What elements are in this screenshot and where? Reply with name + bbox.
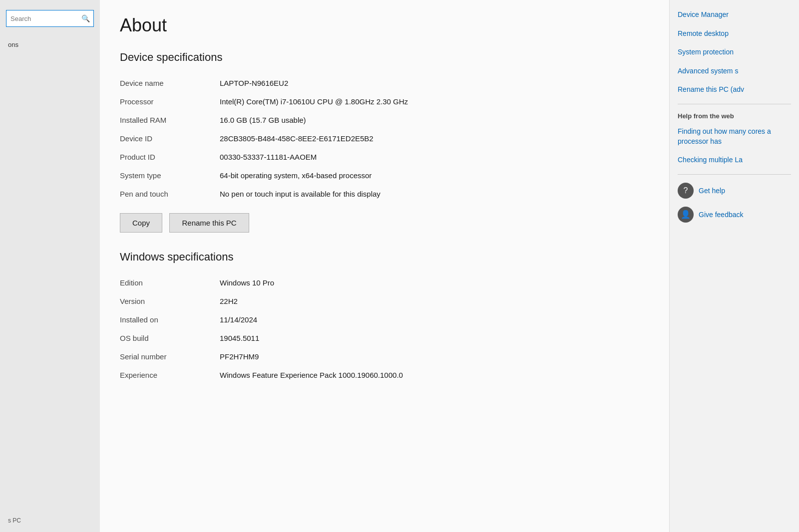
spec-value: 00330-53337-11181-AAOEM [220,148,569,166]
windows-specs-title: Windows specifications [120,251,649,264]
spec-label: Pen and touch [120,185,220,203]
spec-label: Edition [120,273,220,292]
table-row: Device name LAPTOP-N9616EU2 [120,74,569,92]
spec-value: LAPTOP-N9616EU2 [220,74,569,92]
spec-label: Installed RAM [120,111,220,129]
spec-value: 19045.5011 [220,329,569,347]
rename-pc-button[interactable]: Rename this PC [169,213,249,233]
action-get-help[interactable]: ? Get help [678,183,791,199]
give-feedback-icon: 👤 [678,207,694,223]
table-row: Device ID 28CB3805-B484-458C-8EE2-E6171E… [120,129,569,148]
spec-label: System type [120,166,220,185]
search-icon: 🔍 [81,14,90,22]
spec-label: Experience [120,366,220,384]
table-row: Version 22H2 [120,292,569,310]
spec-label: Serial number [120,347,220,366]
right-link-advanced-system[interactable]: Advanced system s [678,66,791,76]
spec-value: PF2H7HM9 [220,347,569,366]
table-row: Processor Intel(R) Core(TM) i7-10610U CP… [120,92,569,111]
sidebar-item-ons[interactable]: ons [0,37,100,52]
help-link-finding-cores[interactable]: Finding out how many cores a processor h… [678,127,791,146]
device-specs-table: Device name LAPTOP-N9616EU2 Processor In… [120,74,569,203]
spec-value: No pen or touch input is available for t… [220,185,569,203]
get-help-label: Get help [699,187,725,195]
right-panel: Device ManagerRemote desktopSystem prote… [669,0,799,532]
table-row: Installed RAM 16.0 GB (15.7 GB usable) [120,111,569,129]
spec-value: Windows Feature Experience Pack 1000.190… [220,366,569,384]
spec-label: Device ID [120,129,220,148]
right-link-device-manager[interactable]: Device Manager [678,10,791,20]
spec-value: 11/14/2024 [220,310,569,329]
right-panel-divider-2 [678,174,791,175]
right-link-rename-pc[interactable]: Rename this PC (adv [678,85,791,95]
spec-label: Version [120,292,220,310]
spec-value: 22H2 [220,292,569,310]
table-row: System type 64-bit operating system, x64… [120,166,569,185]
spec-value: 16.0 GB (15.7 GB usable) [220,111,569,129]
table-row: Pen and touch No pen or touch input is a… [120,185,569,203]
right-panel-divider [678,104,791,104]
search-input[interactable] [6,10,94,27]
sidebar-footer: s PC [0,509,100,532]
table-row: Serial number PF2H7HM9 [120,347,569,366]
spec-value: 64-bit operating system, x64-based proce… [220,166,569,185]
table-row: Product ID 00330-53337-11181-AAOEM [120,148,569,166]
spec-label: Processor [120,92,220,111]
spec-value: Windows 10 Pro [220,273,569,292]
right-link-system-protection[interactable]: System protection [678,47,791,57]
spec-label: OS build [120,329,220,347]
sidebar: 🔍 ons s PC [0,0,100,532]
device-specs-title: Device specifications [120,51,649,64]
table-row: Edition Windows 10 Pro [120,273,569,292]
get-help-icon: ? [678,183,694,199]
help-section-title: Help from the web [678,112,791,120]
table-row: OS build 19045.5011 [120,329,569,347]
spec-value: 28CB3805-B484-458C-8EE2-E6171ED2E5B2 [220,129,569,148]
table-row: Experience Windows Feature Experience Pa… [120,366,569,384]
spec-label: Device name [120,74,220,92]
spec-value: Intel(R) Core(TM) i7-10610U CPU @ 1.80GH… [220,92,569,111]
spec-label: Installed on [120,310,220,329]
page-title: About [120,15,649,36]
main-content: About Device specifications Device name … [100,0,669,532]
right-link-remote-desktop[interactable]: Remote desktop [678,29,791,39]
help-link-checking-la[interactable]: Checking multiple La [678,155,791,165]
give-feedback-label: Give feedback [699,211,744,219]
action-give-feedback[interactable]: 👤 Give feedback [678,207,791,223]
device-specs-buttons: Copy Rename this PC [120,213,649,239]
spec-label: Product ID [120,148,220,166]
copy-button[interactable]: Copy [120,213,162,233]
windows-specs-table: Edition Windows 10 Pro Version 22H2 Inst… [120,273,569,384]
table-row: Installed on 11/14/2024 [120,310,569,329]
search-box[interactable]: 🔍 [6,10,94,27]
